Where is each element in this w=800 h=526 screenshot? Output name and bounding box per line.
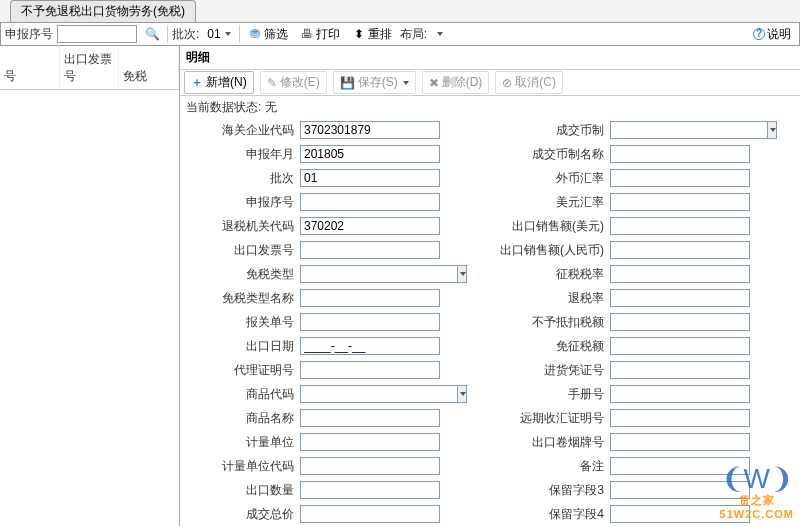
field-input[interactable] <box>300 241 440 259</box>
search-button[interactable]: 🔍 <box>141 27 163 41</box>
field-input[interactable] <box>610 121 767 139</box>
detail-title: 明细 <box>180 46 800 70</box>
delete-label: 删除(D) <box>442 74 483 91</box>
field-input[interactable] <box>300 265 457 283</box>
field-input[interactable] <box>610 313 750 331</box>
batch-select[interactable]: 01 <box>203 27 234 41</box>
field-label: 退税率 <box>490 290 610 307</box>
help-label: 说明 <box>767 26 791 43</box>
field-label: 保留字段3 <box>490 482 610 499</box>
field-input[interactable] <box>300 385 457 403</box>
field-input[interactable] <box>610 217 750 235</box>
combo-button[interactable] <box>767 121 777 139</box>
field-input[interactable] <box>610 145 750 163</box>
field-label: 成交币制 <box>490 122 610 139</box>
filter-label: 筛选 <box>264 26 288 43</box>
field-label: 成交总价 <box>180 506 300 523</box>
tab-main[interactable]: 不予免退税出口货物劳务(免税) <box>10 0 196 22</box>
field-input[interactable] <box>300 217 440 235</box>
field-input[interactable] <box>300 457 440 475</box>
edit-button[interactable]: ✎修改(E) <box>260 71 327 94</box>
field-input[interactable] <box>610 337 750 355</box>
seq-input[interactable] <box>57 25 137 43</box>
field-input[interactable] <box>610 265 750 283</box>
save-button[interactable]: 💾保存(S) <box>333 71 416 94</box>
field-input[interactable] <box>300 481 440 499</box>
field-input[interactable] <box>300 289 440 307</box>
field-label: 海关企业代码 <box>180 122 300 139</box>
search-icon: 🔍 <box>145 27 159 41</box>
field-input[interactable] <box>300 169 440 187</box>
field-label: 免税类型名称 <box>180 290 300 307</box>
field-label: 不予抵扣税额 <box>490 314 610 331</box>
help-button[interactable]: ?说明 <box>749 26 795 43</box>
field-input[interactable] <box>610 361 750 379</box>
field-label: 出口发票号 <box>180 242 300 259</box>
help-icon: ? <box>753 28 765 40</box>
status-line: 当前数据状态: 无 <box>180 96 800 119</box>
seq-label: 申报序号 <box>5 26 53 43</box>
field-input[interactable] <box>610 193 750 211</box>
filter-icon: ⛃ <box>248 27 262 41</box>
field-label: 批次 <box>180 170 300 187</box>
batch-label: 批次: <box>172 26 199 43</box>
field-input[interactable] <box>610 241 750 259</box>
grid-col-seq[interactable]: 号 <box>0 46 60 89</box>
field-label: 进货凭证号 <box>490 362 610 379</box>
field-label: 外币汇率 <box>490 170 610 187</box>
field-input[interactable] <box>610 481 750 499</box>
combo-button[interactable] <box>457 265 467 283</box>
edit-icon: ✎ <box>267 76 277 90</box>
field-label: 商品代码 <box>180 386 300 403</box>
grid-col-invoice[interactable]: 出口发票号 <box>60 46 120 89</box>
field-input[interactable] <box>610 289 750 307</box>
plus-icon: ＋ <box>191 74 203 91</box>
cancel-icon: ⊘ <box>502 76 512 90</box>
filter-button[interactable]: ⛃筛选 <box>244 26 292 43</box>
delete-icon: ✖ <box>429 76 439 90</box>
batch-value: 01 <box>207 27 220 41</box>
field-label: 报关单号 <box>180 314 300 331</box>
field-input[interactable] <box>610 457 750 475</box>
combo-button[interactable] <box>457 385 467 403</box>
save-icon: 💾 <box>340 76 355 90</box>
field-label: 远期收汇证明号 <box>490 410 610 427</box>
field-input[interactable] <box>610 385 750 403</box>
field-input[interactable] <box>300 193 440 211</box>
field-input[interactable] <box>300 433 440 451</box>
field-input[interactable] <box>610 505 750 523</box>
left-grid: 号 出口发票号 免税 <box>0 46 180 526</box>
field-input[interactable] <box>610 433 750 451</box>
field-label: 出口销售额(美元) <box>490 218 610 235</box>
field-label: 备注 <box>490 458 610 475</box>
chevron-down-icon <box>460 392 466 396</box>
reorder-button[interactable]: ⬍重排 <box>348 26 396 43</box>
edit-label: 修改(E) <box>280 74 320 91</box>
save-label: 保存(S) <box>358 74 398 91</box>
field-input[interactable] <box>610 169 750 187</box>
chevron-down-icon <box>770 128 776 132</box>
field-label: 计量单位代码 <box>180 458 300 475</box>
field-input[interactable] <box>300 361 440 379</box>
delete-button[interactable]: ✖删除(D) <box>422 71 490 94</box>
field-input[interactable] <box>300 145 440 163</box>
field-label: 成交币制名称 <box>490 146 610 163</box>
field-input[interactable] <box>300 409 440 427</box>
field-label: 免税类型 <box>180 266 300 283</box>
print-button[interactable]: 🖶打印 <box>296 26 344 43</box>
field-input[interactable] <box>300 121 440 139</box>
field-label: 出口日期 <box>180 338 300 355</box>
form: 海关企业代码申报年月批次申报序号退税机关代码出口发票号免税类型免税类型名称报关单… <box>180 119 800 526</box>
cancel-button[interactable]: ⊘取消(C) <box>495 71 563 94</box>
field-input[interactable] <box>610 409 750 427</box>
add-button[interactable]: ＋新增(N) <box>184 71 254 94</box>
grid-col-taxfree[interactable]: 免税 <box>119 46 179 89</box>
field-label: 手册号 <box>490 386 610 403</box>
field-label: 申报年月 <box>180 146 300 163</box>
field-input[interactable] <box>300 313 440 331</box>
field-input[interactable] <box>300 337 440 355</box>
layout-select[interactable] <box>431 32 447 36</box>
field-input[interactable] <box>300 505 440 523</box>
field-label: 征税税率 <box>490 266 610 283</box>
add-label: 新增(N) <box>206 74 247 91</box>
